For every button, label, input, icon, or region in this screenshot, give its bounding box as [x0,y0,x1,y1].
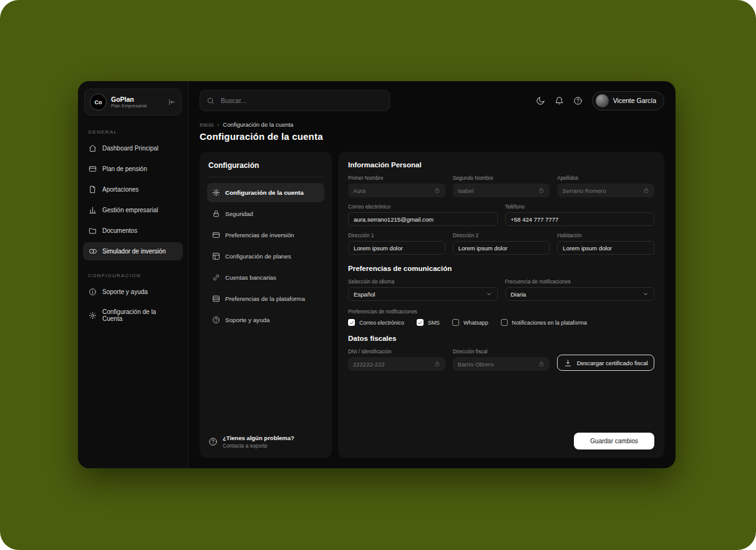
field-label: DNI / Identificación [348,348,445,355]
phone-input[interactable] [511,216,649,223]
breadcrumb-home[interactable]: Inicio [200,121,213,128]
lock-icon [538,187,545,194]
sidebar-item-documents[interactable]: Documentos [83,222,183,240]
sidebar-item-support[interactable]: Soporte y ayuda [83,283,183,301]
field-address1: Dirección 1 [348,232,445,255]
field-label: Primer Nombre [348,175,445,181]
field-language: Selección de idioma Español [348,278,498,301]
checkbox-box[interactable] [452,319,459,326]
sidebar-item-label: Aportaciones [102,186,138,193]
checkbox-box[interactable] [501,319,508,326]
address1-field-box [348,241,445,255]
goplan-logo-icon: Co [90,94,107,110]
settings-tab-support[interactable]: Soporte y ayuda [207,310,324,330]
sidebar-item-account-settings[interactable]: Configuración de la Cuenta [83,303,183,327]
phone-field-box [505,212,655,226]
field-value: Serrano Romero [562,187,606,194]
sidebar-item-investment-simulator[interactable]: Simulador de inversión [83,242,183,260]
field-label: Frecuencia de notificaciones [505,278,655,285]
email-input[interactable] [354,216,492,223]
download-certificate-label: Descargar certificado fiscal [577,360,648,366]
field-label: Selección de idioma [348,278,498,285]
chevron-down-icon [486,291,492,297]
download-certificate-col: Descargar certificado fiscal [557,348,654,371]
email-field-box [348,212,498,226]
breadcrumb-current: Configuración de la cuenta [223,121,293,128]
first-name-input: Aura [348,184,445,197]
chevron-down-icon [642,291,649,297]
settings-tab-investment-preferences[interactable]: Preferencias de inversión [207,225,324,245]
dark-mode-button[interactable] [536,96,545,106]
notification-checkboxes: Correo electrónico SMS Whatsapp Not [348,319,654,326]
field-last-name: Apellidos Serrano Romero [557,175,654,197]
sidebar-item-dashboard[interactable]: Dashboard Principal [83,139,183,157]
field-value: 222222-222 [353,361,385,368]
settings-tab-label: Preferencias de la plataforma [225,295,305,302]
settings-tab-account[interactable]: Configuración de la cuenta [207,183,324,202]
help-button[interactable] [573,96,583,106]
lock-icon [643,187,649,194]
download-certificate-button[interactable]: Descargar certificado fiscal [557,355,654,371]
sidebar-item-pension-plan[interactable]: Plan de pensión [83,160,183,178]
lock-icon [434,361,440,367]
frequency-select[interactable]: Diaria [505,287,655,301]
checkbox-box[interactable] [348,319,355,326]
checkbox-sms[interactable]: SMS [417,319,440,326]
save-row: Guardar cambios [348,433,654,449]
page-title: Configuración de la cuenta [200,131,664,142]
name-row: Primer Nombre Aura Segundo Nombre Isabel [348,175,654,197]
checkbox-whatsapp[interactable]: Whatsapp [452,319,488,326]
room-input[interactable] [563,245,649,252]
checkbox-platform-notifications[interactable]: Notificaciones en la plataforma [501,319,587,326]
sidebar-section-configuracion: CONFIGURACION [88,273,178,278]
sidebar-item-label: Documentos [102,227,137,234]
folder-icon [89,227,97,235]
field-value: Aura [353,187,366,194]
search-bar[interactable] [200,90,390,111]
help-footer[interactable]: ¿Tienes algún problema? Contacta a sopor… [207,432,324,449]
communication-title: Preferencias de comunicación [348,265,654,272]
check-icon [349,320,354,325]
link-icon [212,273,220,282]
search-input[interactable] [220,96,383,105]
selected-value: Diaria [511,291,526,298]
sidebar-item-label: Configuración de la Cuenta [102,308,177,322]
checkbox-label: Notificaciones en la plataforma [512,320,587,326]
notifications-button[interactable] [555,96,564,106]
settings-tab-label: Cuentas bancarias [225,274,276,281]
question-icon [573,96,583,106]
sidebar-section-general: GENERAL [88,129,178,135]
checkbox-box[interactable] [417,319,424,326]
last-name-input: Serrano Romero [557,184,654,197]
collapse-sidebar-button[interactable] [168,98,176,106]
breadcrumb-separator: › [217,121,219,128]
personal-info-title: Información Personal [348,161,654,169]
contact-row: Correo electrónico Teléfono [348,204,654,226]
settings-tab-bank-accounts[interactable]: Cuentas bancarias [207,268,324,287]
account-settings-form: Información Personal Primer Nombre Aura … [338,152,664,458]
settings-tab-platform-preferences[interactable]: Preferencias de la plataforma [207,289,324,308]
settings-tab-security[interactable]: Seguridad [207,204,324,223]
address2-input[interactable] [458,245,545,252]
settings-nav-panel: Configuración Configuración de la cuenta… [200,152,332,458]
checkbox-label: SMS [428,320,440,326]
address1-input[interactable] [354,245,440,252]
field-phone: Teléfono [505,204,655,226]
app-name: GoPlan [111,96,147,104]
room-field-box [557,241,654,255]
save-changes-button[interactable]: Guardar cambios [574,433,654,449]
fiscal-title: Datos fiscales [348,335,654,342]
settings-tab-label: Seguridad [225,210,253,217]
settings-tab-plan-settings[interactable]: Configuración de planes [207,247,324,266]
help-texts: ¿Tienes algún problema? Contacta a sopor… [223,435,294,449]
address2-field-box [453,241,550,255]
topbar-actions: Vicente García [536,91,664,110]
field-middle-name: Segundo Nombre Isabel [453,175,550,197]
language-select[interactable]: Español [348,287,498,301]
sidebar-item-contributions[interactable]: Aportaciones [83,180,183,199]
sidebar-item-business-management[interactable]: Gestión empresarial [83,201,183,219]
user-menu[interactable]: Vicente García [592,91,664,110]
field-dni: DNI / Identificación 222222-222 [348,348,445,371]
checkbox-email[interactable]: Correo electrónico [348,319,404,326]
content: Configuración Configuración de la cuenta… [200,152,664,458]
